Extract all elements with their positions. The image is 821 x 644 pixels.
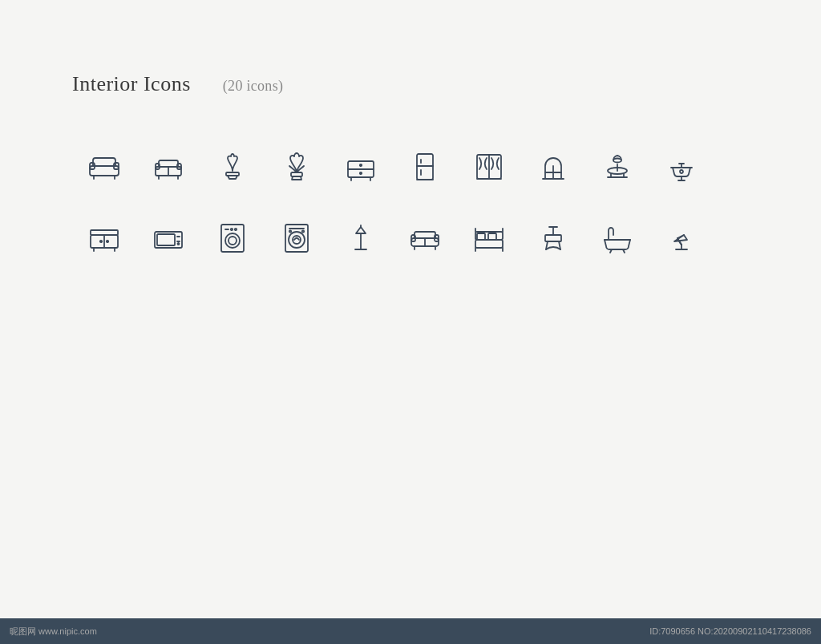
desk-lamp-icon[interactable] [649,205,714,269]
svg-point-16 [360,172,362,174]
svg-point-58 [289,230,291,232]
svg-point-55 [289,232,305,248]
microwave-icon[interactable] [136,205,200,269]
footer-left-text: 昵图网 www.nipic.com [10,626,97,638]
floor-lamp-icon[interactable] [329,205,393,269]
bathtub-icon[interactable] [585,205,649,269]
wardrobe-icon[interactable] [457,135,521,199]
svg-rect-70 [477,233,485,240]
svg-rect-44 [157,234,175,245]
page-subtitle: (20 icons) [223,78,283,95]
arch-window-icon[interactable] [521,135,585,199]
refrigerator-icon[interactable] [393,135,457,199]
svg-rect-68 [475,240,503,248]
svg-point-59 [302,230,304,232]
svg-rect-11 [226,172,239,176]
tall-plant-icon[interactable] [265,135,329,199]
svg-rect-19 [417,154,433,180]
svg-point-38 [100,241,102,242]
svg-point-50 [229,237,237,245]
bed-icon[interactable] [457,205,521,269]
couch-icon[interactable] [393,205,457,269]
svg-point-53 [235,229,237,230]
icons-grid [72,135,714,269]
dryer-icon[interactable] [265,205,329,269]
svg-point-39 [107,241,108,242]
page-title: Interior Icons [72,72,191,96]
potted-plant-icon[interactable] [200,135,265,199]
washing-machine-icon[interactable] [200,205,265,269]
cabinet-icon[interactable] [72,205,136,269]
dresser-icon[interactable] [329,135,393,199]
svg-point-47 [178,243,180,245]
footer-right-text: ID:7090656 NO:20200902110417238086 [649,626,811,636]
svg-rect-42 [91,230,118,235]
svg-point-35 [680,170,683,173]
svg-point-15 [360,164,362,166]
svg-rect-76 [545,235,561,241]
sink-icon[interactable] [649,135,714,199]
svg-rect-71 [488,233,496,240]
fountain-icon[interactable] [585,135,649,199]
svg-point-52 [231,229,233,230]
svg-point-32 [613,159,621,163]
svg-point-49 [225,233,240,248]
sofa-icon[interactable] [72,135,136,199]
loveseat-icon[interactable] [136,135,200,199]
chair-icon[interactable] [521,205,585,269]
footer-bar: 昵图网 www.nipic.com ID:7090656 NO:20200902… [0,618,821,644]
